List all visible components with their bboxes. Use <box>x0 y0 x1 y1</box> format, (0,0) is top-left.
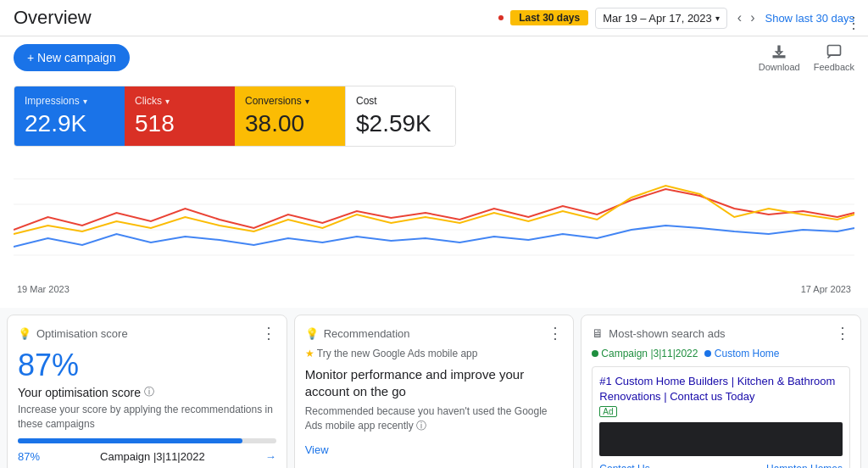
campaign-badge: Campaign |3|11|2022 <box>592 348 698 359</box>
stat-card-clicks[interactable]: Clicks ▾ 518 <box>125 86 235 146</box>
optimisation-body: 87% Your optimisation score ⓘ Increase y… <box>18 348 276 468</box>
optimisation-title: Optimisation score <box>36 327 128 340</box>
optimisation-header: 💡 Optimisation score ⋮ <box>18 326 276 341</box>
most-shown-ads-panel: 🖥 Most-shown search ads ⋮ Campaign |3|11… <box>581 315 861 468</box>
chart-x-labels: 19 Mar 2023 17 Apr 2023 <box>14 284 854 294</box>
page-title: Overview <box>14 7 92 29</box>
chart-container <box>14 153 854 281</box>
recommendation-panel: 💡 Recommendation ⋮ ★ Try the new Google … <box>294 315 575 468</box>
clicks-value: 518 <box>135 110 214 137</box>
feedback-icon <box>826 43 843 60</box>
conversions-value: 38.00 <box>245 110 325 137</box>
recommendation-title: Recommendation <box>324 327 410 340</box>
campaign-row: 87% Campaign |3|11|2022 → <box>18 450 276 463</box>
green-dot-icon <box>592 350 598 357</box>
show-last-button[interactable]: Show last 30 days <box>765 12 854 25</box>
header-right: Last 30 days Mar 19 – Apr 17, 2023 ▾ ‹ ›… <box>498 7 854 29</box>
clicks-dropdown-icon: ▾ <box>165 97 170 106</box>
optimisation-title-row: 💡 Optimisation score <box>18 327 128 340</box>
recommendation-more-icon[interactable]: ⋮ <box>548 326 563 341</box>
impressions-value: 22.9K <box>25 110 104 137</box>
top-header: Overview Last 30 days Mar 19 – Apr 17, 2… <box>0 0 868 36</box>
ads-header: 🖥 Most-shown search ads ⋮ <box>592 326 850 341</box>
ad-preview: #1 Custom Home Builders | Kitchen & Bath… <box>592 366 850 468</box>
opt-score-big: 87% <box>18 348 276 383</box>
clicks-label: Clicks ▾ <box>135 95 214 107</box>
date-range-text: Mar 19 – Apr 17, 2023 <box>603 12 712 25</box>
info-icon: ⓘ <box>144 385 154 399</box>
campaign-name: Campaign |3|11|2022 <box>100 450 205 463</box>
line-chart <box>14 153 854 281</box>
lightbulb-icon: 💡 <box>18 327 31 340</box>
ad-footer-links: Contact Us Hampton Homes <box>599 463 843 468</box>
impressions-dropdown-icon: ▾ <box>83 97 87 106</box>
toolbar: + New campaign Download Feedback <box>0 36 868 79</box>
ad-body-image <box>599 422 843 456</box>
rec-lightbulb-icon: 💡 <box>305 327 319 340</box>
conversions-label: Conversions ▾ <box>245 95 325 107</box>
conversions-dropdown-icon: ▾ <box>305 97 309 106</box>
rec-body: Recommended because you haven't used the… <box>305 404 564 433</box>
hampton-homes-link[interactable]: Hampton Homes <box>766 463 843 468</box>
download-action[interactable]: Download <box>759 43 800 72</box>
monitor-icon: 🖥 <box>592 326 604 340</box>
contact-us-link[interactable]: Contact Us <box>599 463 649 468</box>
opt-progress-bar <box>18 438 276 443</box>
ad-badges: Campaign |3|11|2022 Custom Home <box>592 348 850 359</box>
optimisation-more-icon[interactable]: ⋮ <box>261 326 276 341</box>
chart-start-date: 19 Mar 2023 <box>17 284 70 294</box>
new-campaign-button[interactable]: + New campaign <box>14 44 130 71</box>
chart-end-date: 17 Apr 2023 <box>801 284 851 294</box>
date-range-selector[interactable]: Mar 19 – Apr 17, 2023 ▾ <box>595 8 727 29</box>
opt-score-desc: Increase your score by applying the reco… <box>18 403 276 432</box>
stat-card-conversions[interactable]: Conversions ▾ 38.00 <box>235 86 345 146</box>
notification-dot <box>498 15 504 20</box>
recommendation-header: 💡 Recommendation ⋮ <box>305 326 564 341</box>
stats-more-icon[interactable]: ⋮ <box>846 14 861 32</box>
stat-card-impressions[interactable]: Impressions ▾ 22.9K <box>14 86 125 146</box>
cost-value: $2.59K <box>356 110 435 137</box>
feedback-label: Feedback <box>814 62 854 72</box>
stat-card-cost[interactable]: Cost $2.59K <box>345 86 455 146</box>
ads-title-row: 🖥 Most-shown search ads <box>592 326 725 340</box>
ad-tag: Ad <box>599 406 616 417</box>
cost-label: Cost <box>356 95 435 107</box>
rec-view-link[interactable]: View <box>305 443 564 456</box>
impressions-label: Impressions ▾ <box>25 95 104 107</box>
campaign-arrow-icon[interactable]: → <box>265 450 276 463</box>
ads-more-icon[interactable]: ⋮ <box>835 326 850 341</box>
download-label: Download <box>759 62 800 72</box>
chevron-down-icon: ▾ <box>715 14 720 23</box>
date-badge: Last 30 days <box>510 10 588 25</box>
rec-subtitle: ★ Try the new Google Ads mobile app <box>305 348 564 359</box>
blue-dot-icon <box>704 350 711 357</box>
stats-section: Impressions ▾ 22.9K Clicks ▾ 518 Convers… <box>0 79 868 147</box>
next-arrow[interactable]: › <box>747 7 758 29</box>
recommendation-body: ★ Try the new Google Ads mobile app Moni… <box>305 348 564 456</box>
custom-home-badge[interactable]: Custom Home <box>704 348 779 359</box>
toolbar-right: Download Feedback <box>759 43 854 72</box>
campaign-score: 87% <box>18 450 40 463</box>
nav-arrows: ‹ › <box>734 7 759 29</box>
rec-star-icon: ★ <box>305 348 314 359</box>
ad-title: #1 Custom Home Builders | Kitchen & Bath… <box>599 374 843 404</box>
stats-row: Impressions ▾ 22.9K Clicks ▾ 518 Convers… <box>14 86 456 147</box>
svg-rect-0 <box>827 46 840 56</box>
bottom-panels: 💡 Optimisation score ⋮ 87% Your optimisa… <box>0 315 868 468</box>
opt-score-title: Your optimisation score ⓘ <box>18 385 276 399</box>
chart-section: 19 Mar 2023 17 Apr 2023 <box>0 147 868 308</box>
rec-title: Monitor performance and improve your acc… <box>305 366 564 399</box>
feedback-action[interactable]: Feedback <box>814 43 854 72</box>
prev-arrow[interactable]: ‹ <box>734 7 745 29</box>
optimisation-panel: 💡 Optimisation score ⋮ 87% Your optimisa… <box>7 315 287 468</box>
download-icon <box>771 43 787 60</box>
recommendation-title-row: 💡 Recommendation <box>305 327 410 340</box>
opt-progress-fill <box>18 438 242 443</box>
ads-title: Most-shown search ads <box>609 327 725 340</box>
